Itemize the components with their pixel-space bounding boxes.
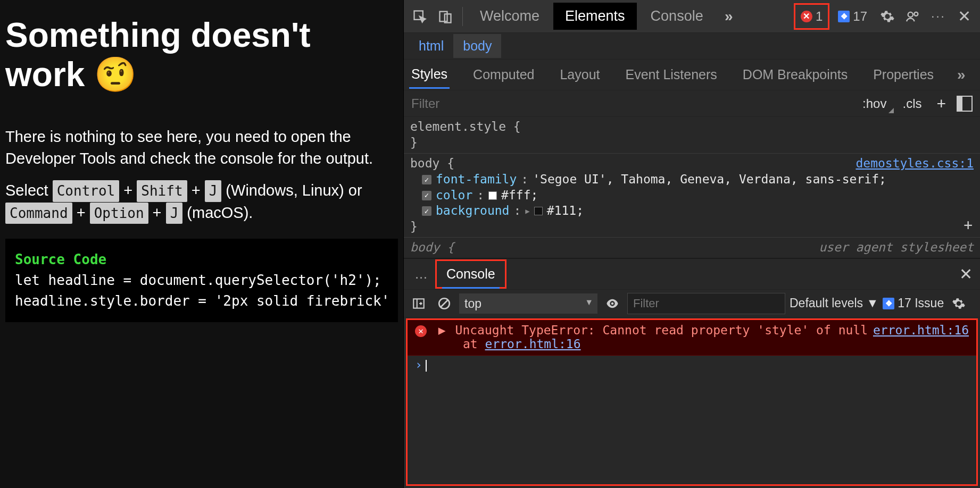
selector: element.style {	[410, 119, 974, 135]
elements-breadcrumb: html body	[404, 33, 980, 60]
clear-console-icon[interactable]	[434, 293, 455, 314]
console-filter-input[interactable]	[627, 293, 785, 314]
text: Select	[5, 182, 53, 199]
close-devtools-icon[interactable]: ✕	[952, 5, 976, 28]
console-sidebar-toggle-icon[interactable]	[408, 293, 429, 314]
checkbox-icon[interactable]: ✓	[422, 175, 431, 184]
console-settings-icon[interactable]	[948, 293, 969, 314]
log-levels-select[interactable]: Default levels ▼	[790, 296, 878, 310]
issues-button[interactable]: ❖ 17 Issue	[883, 296, 944, 310]
val: #111;	[547, 203, 584, 219]
text: +	[148, 204, 166, 221]
more-icon[interactable]: ···	[927, 5, 950, 28]
tab-welcome[interactable]: Welcome	[468, 3, 551, 30]
prompt-symbol: ›	[415, 358, 422, 372]
crumb-html[interactable]: html	[409, 34, 453, 58]
color-swatch-icon[interactable]	[488, 191, 497, 200]
device-toggle-icon[interactable]	[434, 5, 457, 28]
cls-button[interactable]: .cls	[895, 96, 929, 111]
page-paragraph-1: There is nothing to see here, you need t…	[5, 126, 398, 169]
declaration-background[interactable]: ✓ background: ▶ #111;	[410, 203, 974, 219]
code-title: Source Code	[15, 249, 388, 270]
stack-link[interactable]: error.html:16	[485, 337, 581, 351]
divider	[462, 7, 463, 26]
kbd-j-2: J	[166, 203, 183, 224]
kbd-option: Option	[90, 203, 148, 224]
kbd-control: Control	[53, 180, 120, 201]
issue-icon: ❖	[838, 11, 850, 22]
subtab-computed[interactable]: Computed	[471, 62, 536, 88]
devtools-panel: Welcome Elements Console » ✕ 1 ❖ 17 ··· …	[403, 0, 980, 488]
styles-filter-bar: :hov .cls +	[404, 90, 980, 117]
drawer-tab-console[interactable]: Console	[435, 259, 506, 289]
val: #fff;	[501, 188, 538, 204]
styles-filter-input[interactable]	[404, 96, 855, 111]
drawer-more-icon[interactable]: …	[408, 266, 434, 282]
drawer-tabbar: … Console ✕	[404, 259, 980, 290]
add-declaration-button[interactable]: +	[964, 216, 973, 235]
checkbox-icon[interactable]: ✓	[422, 206, 431, 216]
expand-icon[interactable]: ▶	[438, 323, 446, 337]
errors-badge[interactable]: ✕ 1	[794, 3, 829, 30]
rule-element-style[interactable]: element.style { }	[404, 117, 980, 154]
tabs-overflow-icon[interactable]: »	[717, 5, 741, 28]
stylesheet-link[interactable]: demostyles.css:1	[856, 156, 974, 172]
subtabs-overflow-icon[interactable]: »	[957, 66, 966, 83]
console-error-message[interactable]: ✕ ▶ Uncaught TypeError: Cannot read prop…	[408, 320, 976, 356]
brace-close: }	[410, 219, 974, 235]
close-drawer-icon[interactable]: ✕	[956, 265, 976, 283]
new-style-rule-button[interactable]: +	[929, 95, 953, 113]
subtab-properties[interactable]: Properties	[871, 62, 936, 88]
tab-elements[interactable]: Elements	[553, 3, 637, 30]
inspect-element-icon[interactable]	[408, 5, 431, 28]
color-swatch-icon[interactable]	[534, 207, 543, 215]
styles-subtabs: Styles Computed Layout Event Listeners D…	[404, 60, 980, 90]
kbd-command: Command	[5, 203, 72, 224]
cursor-icon	[426, 360, 427, 372]
code-block: Source Code let headline = document.quer…	[5, 239, 398, 322]
ua-label: user agent stylesheet	[819, 240, 974, 256]
prop: color	[436, 188, 472, 204]
prop: background	[436, 203, 509, 219]
console-prompt[interactable]: ›	[408, 356, 976, 374]
subtab-event-listeners[interactable]: Event Listeners	[624, 62, 719, 88]
declaration-font-family[interactable]: ✓ font-family: 'Segoe UI', Tahoma, Genev…	[410, 172, 974, 188]
code-line-2: headline.style.border = '2px solid fireb…	[15, 291, 388, 312]
devtools-toolbar: Welcome Elements Console » ✕ 1 ❖ 17 ··· …	[404, 0, 980, 33]
feedback-icon[interactable]	[901, 5, 925, 28]
declaration-color[interactable]: ✓ color: #fff;	[410, 188, 974, 204]
brace-close: }	[410, 135, 974, 151]
subtab-styles[interactable]: Styles	[409, 61, 450, 89]
page-content: Something doesn't work 🤨 There is nothin…	[0, 0, 403, 488]
checkbox-icon[interactable]: ✓	[422, 191, 431, 200]
text: (Windows, Linux) or	[221, 182, 362, 199]
svg-point-3	[908, 12, 913, 16]
styles-pane: element.style { } demostyles.css:1 body …	[404, 117, 980, 258]
live-expression-icon[interactable]	[602, 293, 623, 314]
prop: font-family	[436, 172, 517, 188]
settings-icon[interactable]	[876, 5, 899, 28]
error-text: Uncaught TypeError: Cannot read property…	[455, 323, 868, 337]
rule-body[interactable]: demostyles.css:1 body { ✓ font-family: '…	[404, 154, 980, 238]
errors-count: 1	[816, 9, 823, 24]
toggle-sidebar-icon[interactable]	[957, 96, 973, 112]
console-output[interactable]: ✕ ▶ Uncaught TypeError: Cannot read prop…	[406, 318, 978, 486]
context-select[interactable]: top	[459, 293, 597, 314]
tab-console[interactable]: Console	[639, 3, 715, 30]
kbd-shift: Shift	[137, 180, 187, 201]
crumb-body[interactable]: body	[453, 34, 501, 58]
text: +	[119, 182, 137, 199]
issues-count-top: 17	[853, 9, 867, 24]
error-location-link[interactable]: error.html:16	[873, 323, 969, 337]
console-toolbar: top Default levels ▼ ❖ 17 Issue	[404, 290, 980, 317]
rule-ua-body[interactable]: user agent stylesheet body {	[404, 238, 980, 258]
issue-icon: ❖	[883, 298, 894, 309]
error-icon: ✕	[415, 325, 427, 337]
expand-arrow-icon[interactable]: ▶	[525, 206, 529, 216]
hov-button[interactable]: :hov	[855, 96, 895, 111]
text: (macOS).	[182, 204, 253, 221]
subtab-dom-breakpoints[interactable]: DOM Breakpoints	[741, 62, 850, 88]
issues-badge[interactable]: ❖ 17	[832, 7, 874, 26]
console-drawer: … Console ✕ top Default levels ▼	[404, 258, 980, 488]
subtab-layout[interactable]: Layout	[558, 62, 602, 88]
